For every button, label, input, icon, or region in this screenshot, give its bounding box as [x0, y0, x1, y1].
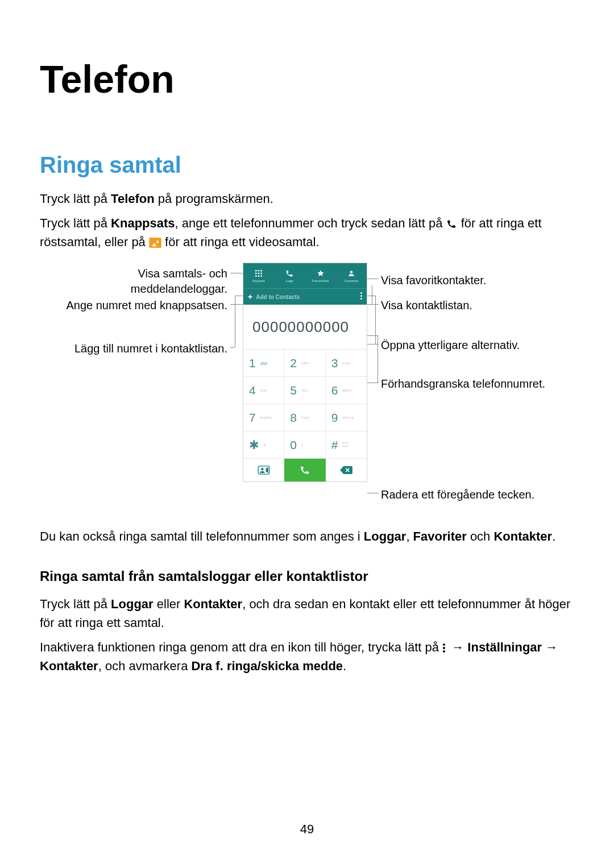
letters: ABC [301, 362, 310, 365]
tab-favourites[interactable]: Favourites [305, 263, 336, 288]
subsection-heading: Ringa samtal från samtalsloggar eller ko… [40, 568, 574, 584]
phone-screenshot: Keypad Logs Favourites [243, 263, 367, 482]
tab-bar: Keypad Logs Favourites [243, 263, 367, 288]
connector [367, 304, 379, 305]
plus-icon: + [248, 292, 252, 301]
callout-contacts: Visa kontaktlistan. [381, 298, 563, 313]
svg-point-3 [258, 270, 260, 272]
bold-knappsats: Knappsats [111, 216, 175, 230]
letters: + [301, 443, 304, 447]
svg-point-7 [260, 273, 262, 275]
key-2[interactable]: 2ABC [284, 349, 325, 376]
voicemail-icon: ⌀⌀ [260, 360, 267, 366]
tab-contacts[interactable]: Contacts [336, 263, 367, 288]
connector [230, 347, 235, 348]
connector [377, 335, 378, 383]
backspace-button[interactable] [326, 459, 367, 481]
connector [367, 344, 379, 344]
key-3[interactable]: 3DEF [326, 349, 367, 376]
text: → [542, 640, 558, 654]
key-8[interactable]: 8TUV [284, 404, 325, 431]
voicemail-small-icon [342, 442, 348, 447]
text: eller [154, 597, 184, 611]
connector [367, 493, 379, 493]
svg-point-4 [260, 270, 262, 272]
letters: P [264, 443, 267, 447]
callout-preview-number: Förhandsgranska telefonnumret. [381, 376, 574, 392]
key-1[interactable]: 1⌀⌀ [243, 349, 284, 376]
digit: 7 [249, 411, 256, 425]
tab-label: Keypad [252, 279, 265, 283]
letters: GHI [260, 389, 268, 392]
keypad-icon [254, 269, 263, 278]
svg-point-10 [260, 275, 262, 277]
text: . [343, 659, 346, 673]
digit: 9 [331, 411, 338, 425]
letters: MNO [342, 389, 352, 392]
tab-keypad[interactable]: Keypad [243, 263, 274, 288]
digit: ✱ [249, 438, 259, 452]
text: och [467, 529, 494, 543]
star-icon [316, 269, 325, 278]
svg-point-5 [255, 273, 257, 275]
text: Inaktivera funktionen ringa genom att dr… [40, 640, 442, 654]
digit: 4 [249, 384, 256, 397]
dial-pad: 1⌀⌀ 2ABC 3DEF 4GHI 5JKL 6MNO 7PQRS 8TUV … [243, 349, 367, 458]
page: Telefon Ringa samtal Tryck lätt på Telef… [0, 0, 614, 868]
text: , ange ett telefonnummer och tryck sedan… [175, 216, 446, 230]
key-0[interactable]: 0+ [284, 431, 325, 458]
svg-point-8 [255, 275, 257, 277]
svg-point-16 [443, 650, 445, 653]
paragraph-1: Tryck lätt på Telefon på programskärmen. [40, 189, 574, 208]
text: . [552, 529, 555, 543]
digit: 6 [331, 384, 338, 397]
key-9[interactable]: 9WXYZ [326, 404, 367, 431]
text: , [406, 529, 413, 543]
key-hash[interactable]: # [326, 431, 367, 458]
phone-log-icon [285, 269, 294, 278]
letters [342, 442, 348, 447]
tab-label: Favourites [312, 279, 329, 283]
digit: 3 [331, 356, 338, 370]
key-5[interactable]: 5JKL [284, 376, 325, 404]
bold-installningar: Inställningar [467, 640, 542, 654]
letters: TUV [301, 416, 310, 420]
bold-kontakter3: Kontakter [40, 659, 98, 673]
phone-number-display: 00000000000 [243, 305, 367, 349]
action-row [243, 458, 367, 481]
digit: 0 [290, 438, 297, 452]
add-to-contacts-label: Add to Contacts [256, 294, 300, 300]
more-options-icon[interactable] [360, 292, 362, 300]
digit: 2 [290, 356, 297, 370]
person-icon [347, 269, 356, 278]
key-star[interactable]: ✱P [243, 431, 284, 458]
callout-backspace: Radera ett föregående tecken. [381, 487, 574, 502]
callout-more-options: Öppna ytterligare alternativ. [381, 338, 563, 353]
phone-call-icon [446, 219, 458, 229]
key-4[interactable]: 4GHI [243, 376, 284, 404]
text: , och avmarkera [98, 659, 192, 673]
letters: WXYZ [342, 416, 354, 420]
bold-loggar2: Loggar [111, 597, 154, 611]
video-call-button[interactable] [243, 459, 284, 481]
tab-logs[interactable]: Logs [274, 263, 305, 288]
section-heading: Ringa samtal [40, 152, 574, 178]
svg-point-9 [258, 275, 260, 277]
connector [372, 285, 372, 304]
svg-point-6 [258, 273, 260, 275]
bold-dra-ringa: Dra f. ringa/skicka medde [192, 659, 343, 673]
bold-telefon: Telefon [111, 192, 155, 206]
add-to-contacts-row[interactable]: + Add to Contacts [243, 288, 367, 305]
key-7[interactable]: 7PQRS [243, 404, 284, 431]
tab-label: Contacts [344, 279, 358, 283]
digit: 8 [290, 411, 297, 425]
text: för att ringa ett videosamtal. [165, 235, 319, 249]
digit: # [331, 438, 338, 452]
voice-call-button[interactable] [284, 459, 325, 481]
paragraph-2: Tryck lätt på Knappsats, ange ett telefo… [40, 214, 574, 251]
key-6[interactable]: 6MNO [326, 376, 367, 404]
svg-point-2 [255, 270, 257, 272]
video-call-icon [149, 238, 161, 248]
connector [367, 383, 379, 383]
connector [235, 296, 235, 347]
